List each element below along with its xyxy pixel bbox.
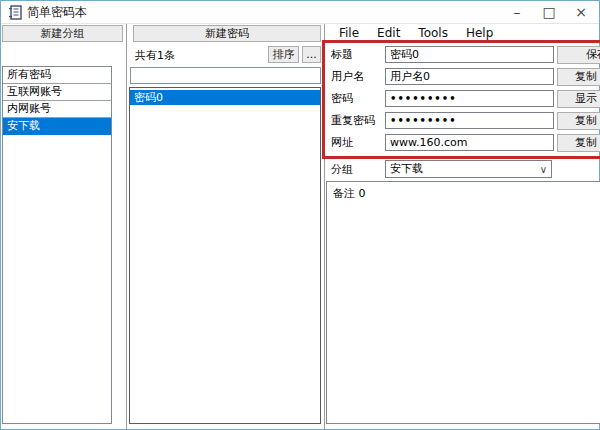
maximize-button[interactable]: □ <box>534 1 564 24</box>
search-input[interactable] <box>130 67 321 84</box>
menu-file[interactable]: File <box>330 25 368 42</box>
field-label-repeat-password: 重复密码 <box>331 112 383 129</box>
username-field[interactable]: 用户名0 <box>385 68 554 85</box>
copy-username-button[interactable]: 复制 <box>557 68 600 86</box>
group-list-item[interactable]: 互联网账号 <box>3 84 111 101</box>
copy-password-button[interactable]: 复制 <box>557 112 600 130</box>
entry-count-label: 共有1条 <box>135 48 175 63</box>
menu-bar: File Edit Tools Help <box>330 25 502 42</box>
save-button[interactable]: 保存 <box>557 46 600 64</box>
titlebar-divider <box>1 23 599 24</box>
group-list-item[interactable]: 所有密码 <box>3 67 111 84</box>
group-select-value: 安下载 <box>390 162 423 175</box>
new-group-button[interactable]: 新建分组 <box>2 25 123 42</box>
password-entry-selected[interactable]: 密码0 <box>130 90 320 105</box>
panel-divider-left <box>126 24 127 430</box>
field-label-url: 网址 <box>331 134 383 151</box>
field-label-group: 分组 <box>331 161 383 178</box>
more-options-button[interactable]: ... <box>302 46 321 63</box>
field-label-title: 标题 <box>331 46 383 63</box>
app-icon <box>8 5 22 23</box>
field-label-password: 密码 <box>331 90 383 107</box>
group-select[interactable]: 安下载 ∨ <box>385 160 552 178</box>
password-entry-list: 密码0 <box>129 87 321 424</box>
close-button[interactable]: × <box>566 1 596 24</box>
menu-edit[interactable]: Edit <box>368 25 409 42</box>
group-list-item[interactable]: 内网账号 <box>3 101 111 118</box>
app-window: 简单密码本 – □ × 新建分组 所有密码 互联网账号 内网账号 安下载 新建密… <box>0 0 600 430</box>
panel-divider-right <box>324 24 325 430</box>
repeat-password-field[interactable]: ••••••••• <box>385 112 554 129</box>
menu-help[interactable]: Help <box>457 25 502 42</box>
field-label-username: 用户名 <box>331 68 383 85</box>
chevron-down-icon[interactable]: ∨ <box>540 162 547 177</box>
copy-url-button[interactable]: 复制 <box>557 134 600 152</box>
sort-button[interactable]: 排序 <box>268 46 299 63</box>
minimize-button[interactable]: – <box>502 1 532 24</box>
note-textarea[interactable]: 备注 0 <box>326 181 600 424</box>
group-list-item-selected[interactable]: 安下载 <box>3 118 111 135</box>
menu-tools[interactable]: Tools <box>409 25 457 42</box>
window-title: 简单密码本 <box>27 4 87 21</box>
new-password-button[interactable]: 新建密码 <box>133 25 321 42</box>
group-list: 所有密码 互联网账号 内网账号 安下载 <box>2 66 112 424</box>
title-field[interactable]: 密码0 <box>385 46 554 63</box>
password-field[interactable]: ••••••••• <box>385 90 554 107</box>
url-field[interactable]: www.160.com <box>385 134 554 151</box>
show-password-button[interactable]: 显示 <box>557 90 600 108</box>
